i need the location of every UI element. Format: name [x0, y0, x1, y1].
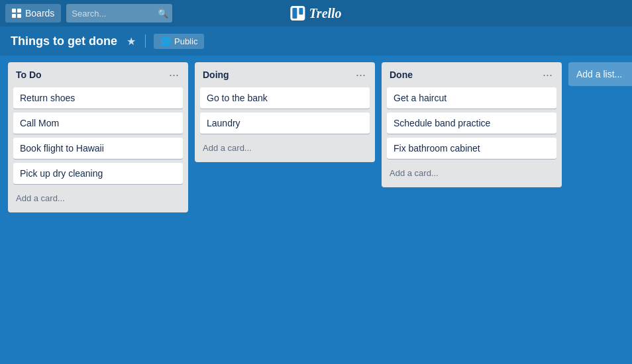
list-title-todo: To Do [13, 68, 44, 81]
board-content: To Do···Return shoesCall MomBook flight … [0, 56, 632, 219]
list-header-doing: Doing··· [200, 68, 370, 82]
list-title-done: Done [387, 68, 415, 81]
card[interactable]: Fix bathroom cabinet [387, 138, 556, 159]
search-icon[interactable]: 🔍 [158, 9, 168, 19]
card[interactable]: Schedule band practice [387, 113, 556, 134]
card[interactable]: Pick up dry cleaning [13, 163, 183, 184]
search-input[interactable] [66, 4, 172, 23]
board-header: Things to get done ★ 🌐 Public [0, 26, 632, 56]
boards-label: Boards [25, 8, 54, 19]
card[interactable]: Get a haircut [387, 87, 556, 109]
visibility-label: Public [174, 36, 197, 46]
boards-button[interactable]: Boards [5, 4, 61, 23]
add-card-button-todo[interactable]: Add a card... [13, 189, 183, 207]
add-card-button-doing[interactable]: Add a card... [200, 139, 370, 157]
list-menu-button-todo[interactable]: ··· [165, 68, 183, 82]
list-doing: Doing···Go to the bankLaundryAdd a card.… [195, 62, 375, 162]
globe-icon: 🌐 [160, 36, 171, 46]
add-card-button-done[interactable]: Add a card... [387, 164, 556, 182]
card[interactable]: Laundry [200, 113, 370, 134]
add-list-button[interactable]: Add a list... [568, 62, 632, 86]
search-bar: 🔍 [66, 4, 172, 23]
visibility-button[interactable]: 🌐 Public [154, 34, 204, 49]
list-title-doing: Doing [200, 68, 232, 81]
boards-icon [12, 9, 21, 18]
list-done: Done···Get a haircutSchedule band practi… [382, 62, 562, 187]
list-todo: To Do···Return shoesCall MomBook flight … [8, 62, 188, 212]
header-divider [145, 34, 146, 48]
trello-logo: Trello [290, 6, 341, 21]
card[interactable]: Book flight to Hawaii [13, 138, 183, 159]
logo-text: Trello [309, 6, 341, 21]
top-nav: Boards 🔍 Trello [0, 0, 632, 26]
trello-logo-icon [290, 6, 305, 21]
board-title: Things to get done [11, 34, 117, 48]
list-menu-button-done[interactable]: ··· [539, 68, 556, 82]
card[interactable]: Call Mom [13, 113, 183, 134]
star-button[interactable]: ★ [125, 34, 137, 49]
list-header-done: Done··· [387, 68, 556, 82]
card[interactable]: Go to the bank [200, 87, 370, 109]
list-menu-button-doing[interactable]: ··· [352, 68, 370, 82]
list-header-todo: To Do··· [13, 68, 183, 82]
card[interactable]: Return shoes [13, 87, 183, 109]
